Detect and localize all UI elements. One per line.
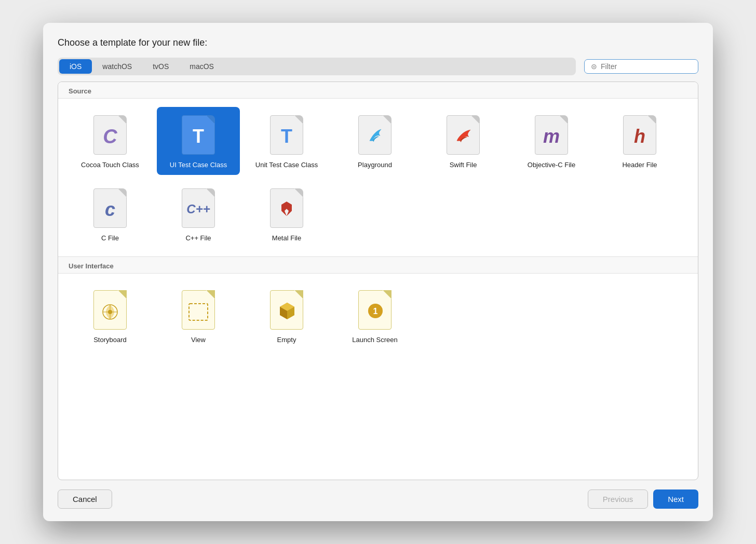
filter-icon: ⊜ [591,62,597,71]
item-c-file[interactable]: c C File [69,180,152,248]
item-icon-wrap: c [89,187,131,229]
item-icon-wrap: T [266,114,307,156]
item-label: Metal File [272,234,301,243]
item-label: Storyboard [93,336,127,345]
svg-text:1: 1 [373,307,378,316]
cpp-file-icon: C++ [182,188,215,228]
item-empty[interactable]: Empty [245,282,328,350]
item-cocoa-touch-class[interactable]: C Cocoa Touch Class [69,107,152,175]
tab-macos[interactable]: macOS [179,59,224,74]
item-objective-c-file[interactable]: m Objective-C File [510,107,593,175]
item-icon-wrap: m [531,114,572,156]
item-icon-wrap [266,187,307,229]
item-view[interactable]: View [157,282,240,350]
cancel-button[interactable]: Cancel [58,489,112,509]
item-playground[interactable]: Playground [333,107,416,175]
storyboard-icon [93,290,127,330]
launch-screen-icon: 1 [358,290,392,330]
item-launch-screen[interactable]: 1 Launch Screen [333,282,416,350]
tab-watchos[interactable]: watchOS [92,59,142,74]
item-label: Empty [277,336,296,345]
item-label: UI Test Case Class [170,161,227,170]
item-icon-wrap [266,289,307,331]
item-icon-wrap: C [89,114,131,156]
section-header-user-interface: User Interface [58,257,698,274]
cocoa-touch-class-icon: C [93,115,127,155]
item-icon-wrap: 1 [354,289,396,331]
item-label: Header File [622,161,657,170]
item-label: View [191,336,206,345]
playground-icon [358,115,392,155]
view-dashed-svg [188,303,209,321]
empty-cube-svg [278,301,296,319]
item-ui-test-case-class[interactable]: T UI Test Case Class [157,107,240,175]
bottom-right-buttons: Previous Next [588,489,698,509]
svg-rect-4 [189,304,208,320]
dialog-title: Choose a template for your new file: [58,37,698,48]
item-label: Swift File [450,161,477,170]
item-icon-wrap [442,114,484,156]
item-icon-wrap: T [178,114,219,156]
item-label: Cocoa Touch Class [81,161,139,170]
tab-tvos[interactable]: tvOS [142,59,179,74]
source-items-grid: C Cocoa Touch Class T UI Test Case Class [58,99,698,256]
c-file-icon: c [93,188,127,228]
view-icon [182,290,215,330]
item-icon-wrap [354,114,396,156]
item-header-file[interactable]: h Header File [598,107,681,175]
launch-screen-svg: 1 [366,302,385,320]
item-icon-wrap [89,289,131,331]
empty-icon [270,290,303,330]
unit-test-case-icon: T [270,115,303,155]
swift-file-icon [447,115,480,155]
item-label: C File [101,234,119,243]
tab-ios[interactable]: iOS [59,59,92,74]
bottom-bar: Cancel Previous Next [58,489,698,509]
new-file-dialog: Choose a template for your new file: iOS… [43,23,713,521]
item-storyboard[interactable]: Storyboard [69,282,152,350]
filter-input[interactable] [601,62,692,71]
filter-box[interactable]: ⊜ [584,59,698,74]
item-unit-test-case-class[interactable]: T Unit Test Case Class [245,107,328,175]
item-cpp-file[interactable]: C++ C++ File [157,180,240,248]
item-label: Objective-C File [528,161,575,170]
next-button[interactable]: Next [653,489,698,509]
item-label: Unit Test Case Class [255,161,318,170]
item-label: Playground [358,161,392,170]
item-label: C++ File [185,234,211,243]
platform-tabs: iOS watchOS tvOS macOS [58,58,576,75]
previous-button: Previous [588,489,648,509]
top-bar: iOS watchOS tvOS macOS ⊜ [58,58,698,75]
item-icon-wrap: C++ [178,187,219,229]
item-icon-wrap: h [619,114,660,156]
playground-bird-svg [366,126,384,145]
section-header-source: Source [58,82,698,99]
ui-items-grid: Storyboard View [58,274,698,358]
header-file-icon: h [623,115,656,155]
item-label: Launch Screen [352,336,397,345]
storyboard-svg [99,301,122,323]
swift-bird-svg [454,126,473,145]
metal-file-icon [270,188,303,228]
objective-c-icon: m [535,115,568,155]
item-swift-file[interactable]: Swift File [422,107,505,175]
item-metal-file[interactable]: Metal File [245,180,328,248]
ui-test-case-icon: T [182,115,215,155]
item-icon-wrap [178,289,219,331]
content-area: Source C Cocoa Touch Class [58,81,698,480]
metal-icon-svg [277,199,296,218]
